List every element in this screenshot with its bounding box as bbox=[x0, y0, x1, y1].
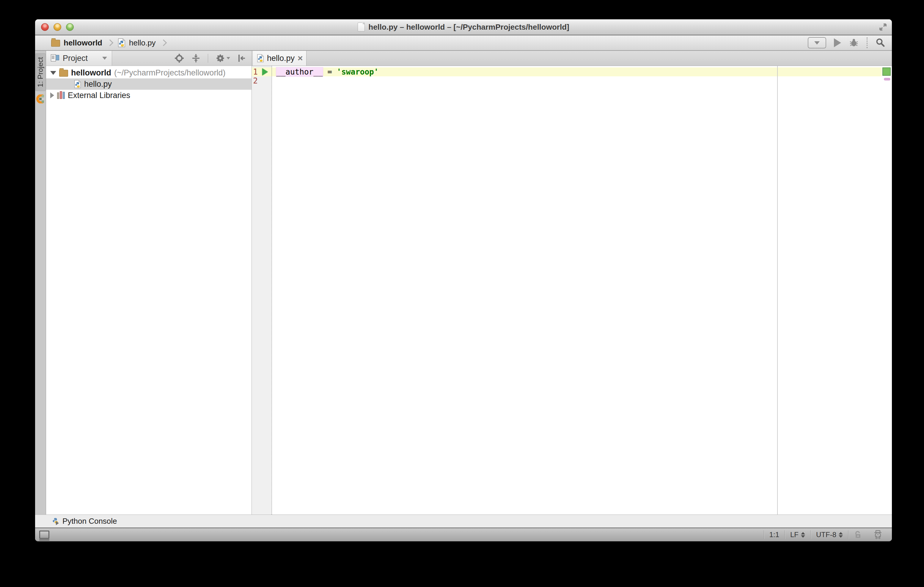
operator-token: = bbox=[323, 67, 337, 76]
close-button[interactable] bbox=[41, 23, 49, 31]
console-arrow-icon bbox=[56, 521, 59, 525]
document-icon bbox=[358, 23, 365, 31]
zoom-button[interactable] bbox=[66, 23, 74, 31]
library-icon bbox=[57, 92, 65, 99]
editor-gutter bbox=[252, 66, 271, 515]
line-number: 2 bbox=[252, 76, 258, 85]
fullscreen-icon[interactable] bbox=[878, 22, 888, 32]
right-margin-guide bbox=[777, 66, 778, 515]
project-view-selector[interactable]: Project bbox=[46, 51, 112, 66]
locate-target-button[interactable] bbox=[175, 53, 184, 63]
chevron-right-icon bbox=[107, 39, 114, 46]
title-bar[interactable]: hello.py – helloworld – [~/PycharmProjec… bbox=[35, 19, 892, 35]
editor-tab-bar: hello.py × bbox=[252, 51, 892, 66]
desktop-background: hello.py – helloworld – [~/PycharmProjec… bbox=[0, 0, 924, 587]
minimize-button[interactable] bbox=[53, 23, 61, 31]
code-editor[interactable]: 1 __author__ = 'swaroop' 2 bbox=[252, 66, 892, 515]
project-panel-header: Project bbox=[46, 51, 251, 66]
code-line-1: 1 __author__ = 'swaroop' bbox=[252, 67, 882, 76]
identifier-token: __author__ bbox=[276, 67, 323, 76]
chevron-down-icon bbox=[226, 57, 230, 59]
window-title-text: hello.py – helloworld – [~/PycharmProjec… bbox=[368, 23, 569, 32]
project-tree: helloworld (~/PycharmProjects/helloworld… bbox=[46, 66, 251, 515]
python-file-icon bbox=[74, 80, 81, 88]
encoding-widget[interactable]: UTF-8 bbox=[811, 528, 848, 541]
collapse-arrow-icon[interactable] bbox=[50, 92, 54, 98]
toolbar-actions bbox=[808, 37, 885, 48]
python-console-icon bbox=[52, 518, 59, 525]
stepper-arrows-icon bbox=[801, 532, 805, 538]
python-console-button[interactable]: Python Console bbox=[52, 516, 117, 526]
tree-row-hello-py[interactable]: hello.py bbox=[46, 79, 251, 90]
chevron-down-icon bbox=[814, 41, 820, 44]
expand-arrow-icon[interactable] bbox=[50, 71, 56, 75]
code-line-2: 2 bbox=[252, 76, 882, 85]
python-file-icon bbox=[118, 38, 125, 47]
inspection-status-indicator[interactable] bbox=[883, 67, 891, 76]
divider bbox=[866, 38, 868, 48]
readonly-lock-button[interactable] bbox=[848, 528, 868, 541]
line-separator-widget[interactable]: LF bbox=[785, 528, 810, 541]
folder-icon bbox=[59, 70, 68, 77]
hector-inspections-button[interactable] bbox=[868, 528, 888, 541]
project-tool-window: Project bbox=[46, 51, 252, 515]
tool-window-strip: 1: Project bbox=[35, 51, 46, 515]
status-widgets: 1:1 LF UTF-8 bbox=[764, 528, 892, 541]
chevron-down-icon bbox=[102, 57, 107, 60]
pycharm-window: hello.py – helloworld – [~/PycharmProjec… bbox=[35, 19, 892, 541]
code-lines: 1 __author__ = 'swaroop' 2 bbox=[252, 67, 882, 85]
string-token: 'swaroop' bbox=[337, 67, 379, 76]
window-title: hello.py – helloworld – [~/PycharmProjec… bbox=[358, 23, 569, 32]
pycharm-logo-icon bbox=[36, 94, 45, 104]
status-bar: 1:1 LF UTF-8 bbox=[35, 528, 892, 541]
breadcrumb-item-hello-py[interactable]: hello.py bbox=[118, 38, 156, 48]
collapse-all-button[interactable] bbox=[191, 53, 201, 63]
project-panel-actions bbox=[175, 53, 251, 63]
editor-area: hello.py × 1 __author__ = 'swaroop' bbox=[252, 51, 892, 515]
python-file-icon bbox=[257, 54, 264, 62]
run-configuration-select[interactable] bbox=[808, 37, 826, 48]
tool-window-toggle-button[interactable] bbox=[39, 531, 50, 539]
error-stripe-column[interactable] bbox=[882, 66, 892, 515]
editor-tab-hello-py[interactable]: hello.py × bbox=[252, 51, 307, 66]
panel-settings-button[interactable] bbox=[215, 53, 230, 63]
run-arrow-icon bbox=[262, 68, 268, 76]
navigation-bar: helloworld hello.py bbox=[35, 35, 892, 51]
search-everywhere-button[interactable] bbox=[875, 38, 885, 48]
stripe-mark[interactable] bbox=[884, 78, 890, 81]
main-area: 1: Project Project bbox=[35, 51, 892, 515]
line-number: 1 bbox=[252, 67, 258, 76]
folder-icon bbox=[51, 40, 60, 47]
bottom-tool-window-bar: Python Console bbox=[35, 515, 892, 528]
run-button[interactable] bbox=[834, 38, 841, 47]
project-view-icon bbox=[51, 54, 59, 62]
breadcrumb-item-helloworld[interactable]: helloworld bbox=[51, 38, 102, 48]
hide-panel-button[interactable] bbox=[237, 53, 246, 63]
tree-row-external-libraries[interactable]: External Libraries bbox=[46, 90, 251, 101]
tab-close-button[interactable]: × bbox=[298, 54, 303, 62]
editor-tab-label: hello.py bbox=[267, 54, 295, 63]
run-line-marker[interactable] bbox=[258, 68, 272, 76]
stepper-arrows-icon bbox=[839, 532, 843, 538]
gutter-separator bbox=[271, 66, 272, 515]
chevron-right-icon bbox=[160, 39, 167, 46]
tool-window-tab-project[interactable]: 1: Project bbox=[35, 53, 46, 91]
debug-button[interactable] bbox=[849, 38, 859, 48]
breadcrumb: helloworld hello.py bbox=[51, 38, 167, 48]
tree-row-helloworld[interactable]: helloworld (~/PycharmProjects/helloworld… bbox=[46, 67, 251, 79]
traffic-lights bbox=[41, 19, 74, 35]
code-text: __author__ = 'swaroop' bbox=[272, 67, 378, 76]
caret-position-widget[interactable]: 1:1 bbox=[764, 528, 785, 541]
